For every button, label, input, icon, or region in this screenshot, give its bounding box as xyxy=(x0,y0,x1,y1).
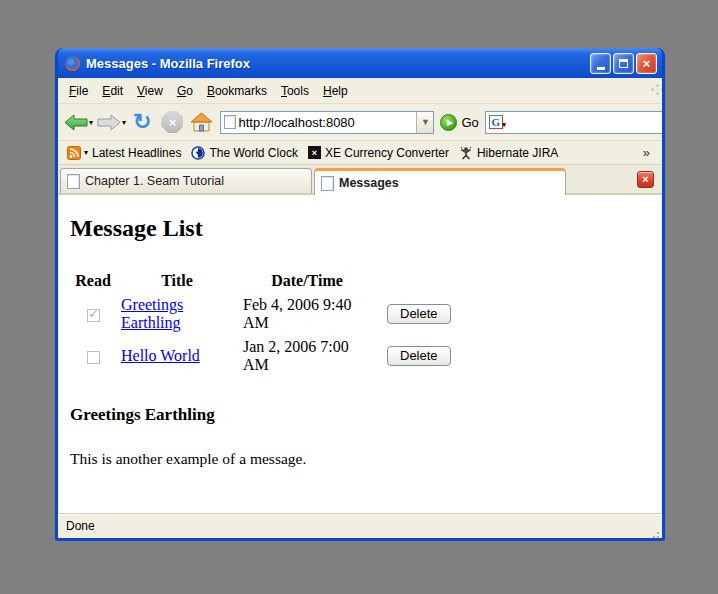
column-header-datetime: Date/Time xyxy=(239,270,375,292)
message-title-link[interactable]: Hello World xyxy=(121,347,200,364)
close-button[interactable]: × xyxy=(636,53,657,74)
rss-feed-icon xyxy=(67,146,82,160)
tab-messages[interactable]: Messages xyxy=(314,168,566,195)
go-button[interactable]: ▶ Go xyxy=(436,114,482,131)
page-content: Message List Read Title Date/Time Greeti… xyxy=(58,195,662,513)
back-arrow-icon xyxy=(64,114,88,131)
selected-message-heading: Greetings Earthling xyxy=(70,405,651,425)
close-icon: × xyxy=(643,56,651,71)
live-bookmark-dropdown-icon: ▾ xyxy=(84,148,88,157)
table-row: Hello World Jan 2, 2006 7:00 AM Delete xyxy=(71,336,455,376)
home-icon xyxy=(190,112,213,132)
stop-icon: × xyxy=(161,111,183,133)
status-bar: Done xyxy=(58,513,662,538)
menu-go[interactable]: Go xyxy=(170,80,200,102)
forward-button[interactable]: ▾ xyxy=(96,113,127,132)
tab-page-icon xyxy=(67,174,80,189)
home-button[interactable] xyxy=(189,111,214,133)
location-bar[interactable]: ▼ xyxy=(220,111,434,134)
menu-file[interactable]: File xyxy=(62,80,95,102)
column-header-read: Read xyxy=(71,270,115,292)
firefox-logo-icon xyxy=(64,55,81,72)
toolbar-grip-icon xyxy=(651,88,654,91)
status-text: Done xyxy=(66,519,95,533)
message-title-link[interactable]: Greetings Earthling xyxy=(121,296,183,331)
jira-person-icon xyxy=(459,146,473,160)
bookmark-hibernate-jira[interactable]: Hibernate JIRA xyxy=(456,144,561,162)
menu-edit[interactable]: Edit xyxy=(95,80,130,102)
maximize-button[interactable] xyxy=(613,53,634,74)
close-tab-button[interactable]: × xyxy=(637,171,654,188)
resize-grip-icon[interactable] xyxy=(657,532,659,534)
maximize-icon xyxy=(619,59,628,68)
message-datetime: Feb 4, 2006 9:40 AM xyxy=(239,294,375,334)
delete-button[interactable]: Delete xyxy=(387,346,451,366)
bookmark-latest-headlines[interactable]: ▾ Latest Headlines xyxy=(64,144,184,162)
bookmark-xe-currency[interactable]: × XE Currency Converter xyxy=(305,144,452,162)
read-checkbox[interactable] xyxy=(87,309,100,322)
read-checkbox[interactable] xyxy=(87,351,100,364)
url-dropdown-button[interactable]: ▼ xyxy=(416,112,433,133)
bookmark-world-clock[interactable]: The World Clock xyxy=(188,144,300,162)
bookmarks-toolbar: ▾ Latest Headlines The World Clock × XE … xyxy=(58,141,662,165)
reload-icon: ↻ xyxy=(130,111,154,133)
stop-button[interactable]: × xyxy=(157,110,187,134)
search-input[interactable] xyxy=(503,115,662,130)
menu-help[interactable]: Help xyxy=(316,80,355,102)
menu-bookmarks[interactable]: Bookmarks xyxy=(200,80,274,102)
minimize-button[interactable] xyxy=(590,53,611,74)
tab-seam-tutorial[interactable]: Chapter 1. Seam Tutorial xyxy=(60,168,312,193)
page-title: Message List xyxy=(70,215,651,242)
forward-arrow-icon xyxy=(97,114,121,131)
tab-strip: Chapter 1. Seam Tutorial Messages × xyxy=(58,165,662,195)
message-datetime: Jan 2, 2006 7:00 AM xyxy=(239,336,375,376)
message-table: Read Title Date/Time Greetings Earthling… xyxy=(69,268,457,378)
reload-button[interactable]: ↻ xyxy=(129,110,155,134)
google-search-engine-icon[interactable]: G▾ xyxy=(489,115,503,129)
tab-page-icon xyxy=(321,176,334,191)
go-icon: ▶ xyxy=(440,114,457,131)
xe-icon: × xyxy=(308,146,321,159)
menu-tools[interactable]: Tools xyxy=(274,80,316,102)
page-favicon-icon xyxy=(224,115,236,129)
titlebar[interactable]: Messages - Mozilla Firefox × xyxy=(58,48,662,78)
table-row: Greetings Earthling Feb 4, 2006 9:40 AM … xyxy=(71,294,455,334)
browser-window: Messages - Mozilla Firefox × File Edit V… xyxy=(55,48,665,541)
bookmarks-overflow-chevron[interactable]: » xyxy=(637,145,656,160)
minimize-icon xyxy=(597,67,605,70)
forward-dropdown-icon[interactable]: ▾ xyxy=(122,118,126,127)
back-button[interactable]: ▾ xyxy=(63,113,94,132)
selected-message-body: This is another example of a message. xyxy=(70,450,651,468)
menu-bar: File Edit View Go Bookmarks Tools Help xyxy=(58,78,662,104)
url-input[interactable] xyxy=(236,115,416,130)
column-header-title: Title xyxy=(117,270,237,292)
menu-view[interactable]: View xyxy=(130,80,170,102)
back-dropdown-icon[interactable]: ▾ xyxy=(89,118,93,127)
column-header-action xyxy=(377,270,455,292)
window-title: Messages - Mozilla Firefox xyxy=(86,56,590,71)
search-bar[interactable]: G▾ xyxy=(485,111,662,134)
navigation-toolbar: ▾ ▾ ↻ × xyxy=(58,104,662,141)
delete-button[interactable]: Delete xyxy=(387,304,451,324)
world-clock-icon xyxy=(191,146,205,160)
